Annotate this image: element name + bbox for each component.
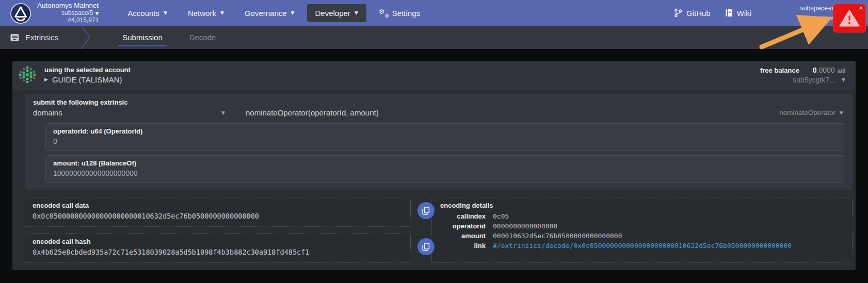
menu-developer[interactable]: Developer▼ bbox=[307, 4, 366, 22]
account-row: using the selected account ▶ GUIDE (TALI… bbox=[12, 61, 856, 90]
copy-icon bbox=[422, 243, 430, 251]
git-branch-icon bbox=[674, 8, 682, 18]
app-title-extrinsics: Extrinsics bbox=[10, 26, 58, 49]
section-dropdown[interactable]: domains ▼ bbox=[33, 108, 225, 117]
apps-version: apps v bbox=[800, 13, 833, 23]
encoded-outputs: encoded call data 0x0c050000000000000000… bbox=[25, 197, 853, 263]
encoded-call-data-value: 0x0c050000000000000000000010632d5ec76b05… bbox=[33, 212, 403, 220]
autonomys-logo-icon[interactable] bbox=[10, 3, 31, 24]
free-balance-value: 0.0000ai3 bbox=[813, 66, 845, 74]
action-buttons-row: Submit Unsigned Submit Transaction bbox=[12, 270, 856, 283]
method-short-dropdown[interactable]: nominateOperator ▼ bbox=[779, 109, 844, 116]
call-params: operatorId: u64 (OperatorId) 0 amount: u… bbox=[45, 123, 844, 188]
chevron-down-icon: ▼ bbox=[840, 110, 843, 115]
param-operatorid-label: operatorId: u64 (OperatorId) bbox=[53, 127, 837, 135]
extrinsic-panel: using the selected account ▶ GUIDE (TALI… bbox=[12, 61, 856, 270]
method-dropdown[interactable]: nominateOperator(operatorId, amount) bbox=[246, 108, 779, 117]
network-name: Autonomys Mainnet bbox=[37, 2, 99, 10]
chevron-down-icon: ▼ bbox=[291, 10, 295, 15]
extrinsic-header-row: domains ▼ nominateOperator(operatorId, a… bbox=[33, 108, 844, 122]
menu-network[interactable]: Network▼ bbox=[180, 4, 232, 22]
menu-governance[interactable]: Governance▼ bbox=[236, 4, 303, 22]
encoding-details-box: encoding details callindex 0c05 operator… bbox=[431, 197, 853, 263]
encoding-key: callindex bbox=[440, 212, 486, 220]
expand-toggle-icon[interactable]: ▶ bbox=[44, 77, 48, 82]
node-name: subspace-n bbox=[800, 4, 833, 13]
encoded-call-hash-label: encoded call hash bbox=[33, 238, 403, 245]
encoding-details-grid: callindex 0c05 operatorid 00000000000000… bbox=[440, 212, 844, 249]
extrinsics-page: Autonomys Mainnet subspace/5 ▼ #4,015,97… bbox=[0, 0, 868, 283]
book-icon bbox=[725, 9, 733, 17]
copy-call-data-button[interactable] bbox=[417, 202, 435, 219]
encoded-call-hash-box: encoded call hash 0x4b625e8cbded935a72c7… bbox=[25, 233, 411, 263]
chevron-down-icon: ▼ bbox=[355, 10, 358, 15]
menu-settings[interactable]: ⚙⚙ Settings bbox=[371, 4, 428, 22]
chevron-down-icon: ▼ bbox=[842, 77, 845, 82]
encoding-key: amount bbox=[440, 232, 486, 240]
extrinsics-app-icon bbox=[10, 34, 19, 42]
copy-call-hash-button[interactable] bbox=[417, 238, 435, 255]
decode-link[interactable]: #/extrinsics/decode/0x0c0500000000000000… bbox=[493, 242, 844, 249]
encoding-value: 000010632d5ec76b0500000000000000 bbox=[493, 232, 844, 240]
divider-chevron bbox=[80, 26, 91, 49]
param-amount-label: amount: u128 (BalanceOf) bbox=[53, 159, 837, 167]
encoding-key: operatorid bbox=[440, 222, 486, 230]
tab-bar: Extrinsics Submission Decode bbox=[0, 26, 868, 49]
top-nav-bar: Autonomys Mainnet subspace/5 ▼ #4,015,97… bbox=[0, 0, 868, 26]
best-block-number: #4,015,971 bbox=[68, 17, 99, 24]
account-address-dropdown[interactable]: sub5ycgtk7… ▼ bbox=[793, 76, 845, 84]
encoded-output-column: encoded call data 0x0c050000000000000000… bbox=[25, 197, 411, 263]
main-menu: Accounts▼ Network▼ Governance▼ Developer… bbox=[119, 4, 428, 22]
account-name[interactable]: ▶ GUIDE (TALISMAN) bbox=[44, 75, 131, 84]
wiki-link[interactable]: Wiki bbox=[725, 9, 751, 18]
free-balance-label: free balance bbox=[760, 66, 799, 74]
amount-input[interactable]: 100000000000000000000 bbox=[53, 169, 837, 177]
account-selector[interactable]: using the selected account ▶ GUIDE (TALI… bbox=[44, 66, 131, 84]
encoding-value: 0000000000000000 bbox=[493, 222, 844, 230]
account-identicon[interactable] bbox=[18, 65, 37, 85]
chain-selector[interactable]: subspace/5 ▼ bbox=[61, 10, 99, 17]
github-link[interactable]: GitHub bbox=[674, 8, 711, 18]
param-operatorid: operatorId: u64 (OperatorId) 0 bbox=[45, 123, 844, 151]
extrinsic-selection: submit the following extrinsic domains ▼… bbox=[25, 94, 853, 190]
token-unit: ai3 bbox=[838, 68, 845, 74]
balance-column: free balance 0.0000ai3 sub5ycgtk7… ▼ bbox=[760, 66, 845, 84]
tab-submission[interactable]: Submission bbox=[111, 26, 174, 49]
link-key: link bbox=[440, 242, 486, 249]
tabs: Submission Decode bbox=[111, 26, 227, 49]
warning-triangle-icon bbox=[839, 10, 860, 27]
network-info: Autonomys Mainnet subspace/5 ▼ #4,015,97… bbox=[37, 2, 99, 24]
main-content: using the selected account ▶ GUIDE (TALI… bbox=[0, 49, 868, 283]
encoded-call-hash-value: 0x4b625e8cbded935a72c71e5318039028a5d5b1… bbox=[33, 248, 403, 256]
menu-accounts[interactable]: Accounts▼ bbox=[119, 4, 175, 22]
chevron-down-icon: ▼ bbox=[221, 110, 225, 115]
chevron-down-icon: ▼ bbox=[164, 10, 167, 15]
param-amount: amount: u128 (BalanceOf) 100000000000000… bbox=[45, 155, 844, 182]
copy-icon bbox=[422, 207, 430, 215]
chevron-down-icon: ▼ bbox=[95, 11, 99, 16]
gear-icon: ⚙⚙ bbox=[379, 9, 388, 17]
encoding-value: 0c05 bbox=[493, 212, 844, 220]
extrinsic-label: submit the following extrinsic bbox=[33, 98, 844, 106]
external-links: GitHub Wiki bbox=[674, 8, 751, 18]
encoded-call-data-label: encoded call data bbox=[33, 202, 403, 209]
account-label: using the selected account bbox=[44, 66, 131, 74]
operatorid-input[interactable]: 0 bbox=[53, 137, 837, 145]
chevron-down-icon: ▼ bbox=[220, 10, 224, 15]
encoding-details-label: encoding details bbox=[440, 202, 844, 209]
warning-alert-badge[interactable]: × bbox=[833, 4, 865, 32]
encoded-call-data-box: encoded call data 0x0c050000000000000000… bbox=[25, 197, 411, 227]
tab-decode[interactable]: Decode bbox=[178, 26, 228, 49]
node-version-info: subspace-n apps v bbox=[800, 4, 833, 23]
